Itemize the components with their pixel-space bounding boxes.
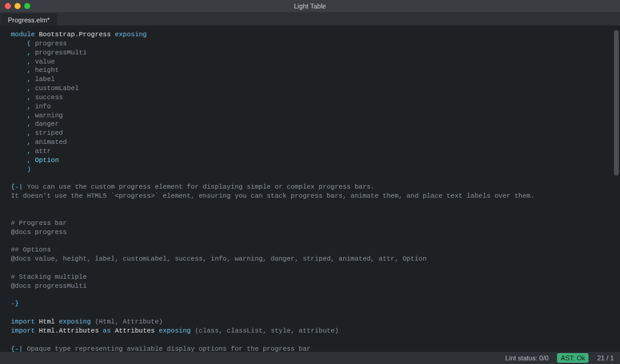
window-title: Light Table [0, 2, 620, 11]
status-bar: Lint status: 0/0 AST: Ok 21 / 1 [0, 352, 620, 364]
module-path: Bootstrap.Progress [39, 31, 111, 38]
source-code: module Bootstrap.Progress exposing ( pro… [11, 30, 612, 352]
lint-status: Lint status: 0/0 [506, 354, 549, 363]
keyword-exposing: exposing [115, 31, 147, 38]
keyword-module: module [11, 31, 35, 38]
scrollbar[interactable] [614, 30, 619, 175]
tab-progress-elm[interactable]: Progress.elm* [1, 13, 57, 25]
code-editor[interactable]: module Bootstrap.Progress exposing ( pro… [0, 25, 620, 352]
titlebar: Light Table [0, 0, 620, 12]
tab-bar: Progress.elm* [0, 12, 620, 25]
cursor-position: 21 / 1 [597, 354, 614, 363]
export-option: Option [35, 157, 59, 164]
ast-status[interactable]: AST: Ok [557, 353, 589, 363]
